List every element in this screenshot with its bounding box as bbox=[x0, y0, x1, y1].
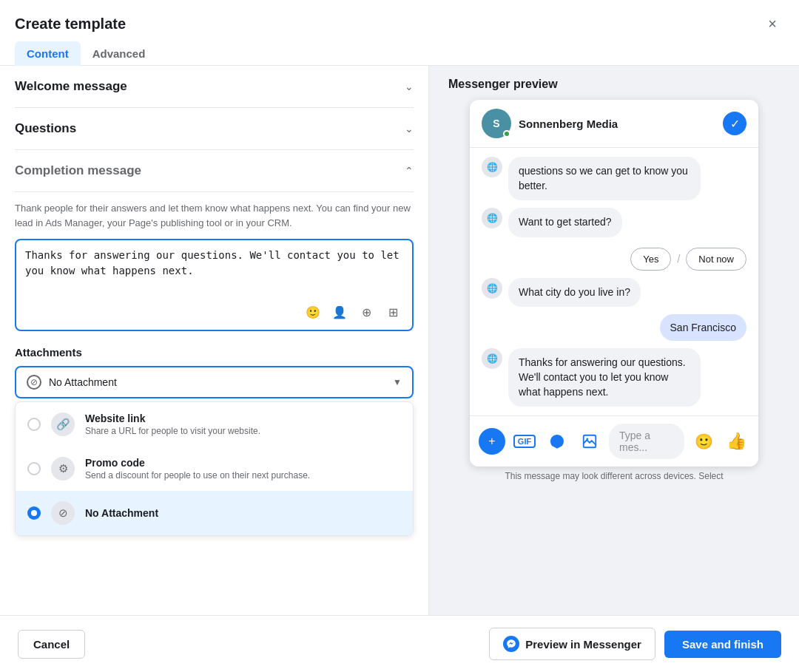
website-link-text: Website link Share a URL for people to v… bbox=[85, 413, 401, 436]
quick-replies: Yes / Not now bbox=[482, 248, 746, 271]
modal-container: Create template × Content Advanced Welco… bbox=[0, 0, 799, 672]
right-panel: Messenger preview S Sonnenberg Media ✓ 🌐 bbox=[429, 66, 799, 615]
gif-label: GIF bbox=[513, 435, 536, 448]
bot-message-2: 🌐 Want to get started? bbox=[482, 208, 746, 237]
welcome-message-title: Welcome message bbox=[15, 79, 127, 94]
promo-code-icon: ⚙ bbox=[51, 457, 75, 481]
tab-advanced[interactable]: Advanced bbox=[81, 41, 158, 66]
preview-messenger-label: Preview in Messenger bbox=[525, 638, 641, 651]
save-finish-button[interactable]: Save and finish bbox=[664, 631, 781, 658]
no-attachment-item-icon: ⊘ bbox=[51, 501, 75, 525]
bot-avatar-1: 🌐 bbox=[482, 157, 502, 177]
welcome-message-section[interactable]: Welcome message ⌄ bbox=[15, 66, 414, 108]
dropdown-item-promo-code[interactable]: ⚙ Promo code Send a discount for people … bbox=[16, 447, 413, 491]
image-button[interactable] bbox=[576, 428, 603, 455]
bot-message-completion: 🌐 Thanks for answering our questions. We… bbox=[482, 348, 746, 407]
thumbs-up-button[interactable]: 👍 bbox=[723, 428, 749, 455]
welcome-chevron-icon: ⌄ bbox=[405, 81, 414, 92]
emoji-icon[interactable]: 🙂 bbox=[303, 302, 323, 322]
completion-content: Thank people for their answers and let t… bbox=[15, 192, 414, 545]
cancel-button[interactable]: Cancel bbox=[18, 630, 85, 659]
attachment-dropdown-menu: 🔗 Website link Share a URL for people to… bbox=[15, 401, 414, 536]
close-button[interactable]: × bbox=[761, 12, 784, 35]
user-message-1: San Francisco bbox=[482, 314, 746, 341]
business-name: Sonnenberg Media bbox=[519, 118, 715, 130]
messenger-window: S Sonnenberg Media ✓ 🌐 questions so we c… bbox=[470, 100, 758, 466]
quick-reply-divider: / bbox=[677, 253, 680, 265]
bot-bubble-1: questions so we can get to know you bett… bbox=[508, 157, 701, 200]
attachments-label: Attachments bbox=[15, 346, 414, 359]
no-attachment-text: No Attachment bbox=[85, 507, 401, 519]
preview-note: This message may look different across d… bbox=[494, 466, 733, 481]
add-icon[interactable]: ⊕ bbox=[356, 302, 377, 322]
quick-reply-not-now[interactable]: Not now bbox=[686, 248, 746, 271]
messenger-input-bar: + GIF bbox=[470, 415, 758, 466]
website-link-desc: Share a URL for people to visit your web… bbox=[85, 426, 401, 436]
verified-badge-icon: ✓ bbox=[723, 112, 746, 135]
dropdown-item-website-link[interactable]: 🔗 Website link Share a URL for people to… bbox=[16, 402, 413, 447]
questions-title: Questions bbox=[15, 121, 76, 136]
website-link-title: Website link bbox=[85, 413, 401, 424]
promo-code-text: Promo code Send a discount for people to… bbox=[85, 457, 401, 481]
no-attachment-title: No Attachment bbox=[85, 507, 401, 519]
attachment-dropdown-trigger[interactable]: ⊘ No Attachment ▼ bbox=[15, 366, 414, 398]
footer-right: Preview in Messenger Save and finish bbox=[489, 628, 781, 660]
questions-chevron-icon: ⌄ bbox=[405, 123, 414, 135]
sticker-button[interactable] bbox=[544, 428, 570, 455]
user-bubble-1: San Francisco bbox=[660, 314, 746, 341]
quick-reply-yes[interactable]: Yes bbox=[630, 248, 671, 271]
bot-message-1: 🌐 questions so we can get to know you be… bbox=[482, 157, 746, 200]
promo-code-radio[interactable] bbox=[27, 462, 41, 475]
bot-bubble-completion: Thanks for answering our questions. We'l… bbox=[508, 348, 701, 407]
bot-message-3: 🌐 What city do you live in? bbox=[482, 278, 746, 308]
add-input-button[interactable]: + bbox=[479, 428, 505, 455]
website-link-icon: 🔗 bbox=[51, 413, 75, 436]
selected-attachment-label: No Attachment bbox=[49, 376, 393, 388]
dropdown-item-no-attachment[interactable]: ⊘ No Attachment bbox=[16, 491, 413, 535]
bot-avatar-3: 🌐 bbox=[482, 278, 502, 299]
business-avatar: S bbox=[482, 109, 511, 138]
dropdown-arrow-icon: ▼ bbox=[393, 377, 402, 387]
online-status-dot bbox=[503, 130, 510, 138]
gif-button[interactable]: GIF bbox=[511, 428, 538, 455]
questions-section[interactable]: Questions ⌄ bbox=[15, 108, 414, 150]
bot-avatar-completion: 🌐 bbox=[482, 348, 502, 369]
message-textarea-container: 🙂 👤 ⊕ ⊞ bbox=[15, 239, 414, 331]
bot-bubble-3: What city do you live in? bbox=[508, 278, 641, 308]
tabs-row: Content Advanced bbox=[0, 35, 799, 66]
messenger-header: S Sonnenberg Media ✓ bbox=[470, 100, 758, 148]
bot-bubble-2: Want to get started? bbox=[508, 208, 622, 237]
completion-chevron-icon: ⌃ bbox=[405, 165, 414, 177]
completion-message-textarea[interactable] bbox=[25, 248, 403, 294]
messenger-body: 🌐 questions so we can get to know you be… bbox=[470, 148, 758, 415]
no-attachment-radio[interactable] bbox=[27, 506, 41, 520]
promo-code-desc: Send a discount for people to use on the… bbox=[85, 470, 401, 481]
promo-code-title: Promo code bbox=[85, 457, 401, 469]
website-link-radio[interactable] bbox=[27, 418, 41, 431]
no-attachment-icon: ⊘ bbox=[27, 375, 41, 390]
message-input-placeholder[interactable]: Type a mes... bbox=[609, 424, 684, 459]
bot-avatar-2: 🌐 bbox=[482, 208, 502, 228]
main-content: Welcome message ⌄ Questions ⌄ Completion… bbox=[0, 66, 799, 615]
completion-message-section[interactable]: Completion message ⌃ bbox=[15, 150, 414, 191]
preview-title: Messenger preview bbox=[441, 78, 558, 91]
media-icon[interactable]: ⊞ bbox=[382, 302, 403, 322]
textarea-icons: 🙂 👤 ⊕ ⊞ bbox=[25, 302, 403, 322]
completion-message-title: Completion message bbox=[15, 163, 141, 178]
completion-description: Thank people for their answers and let t… bbox=[15, 201, 414, 230]
tab-content[interactable]: Content bbox=[15, 41, 81, 66]
person-icon[interactable]: 👤 bbox=[329, 302, 350, 322]
bottom-bar: Cancel Preview in Messenger Save and fin… bbox=[0, 615, 799, 672]
modal-title: Create template bbox=[15, 16, 126, 33]
modal-header: Create template × bbox=[0, 0, 799, 35]
left-panel: Welcome message ⌄ Questions ⌄ Completion… bbox=[0, 66, 429, 615]
preview-messenger-icon bbox=[503, 636, 519, 652]
emoji-input-icon[interactable]: 🙂 bbox=[690, 428, 717, 455]
preview-messenger-button[interactable]: Preview in Messenger bbox=[489, 628, 655, 660]
